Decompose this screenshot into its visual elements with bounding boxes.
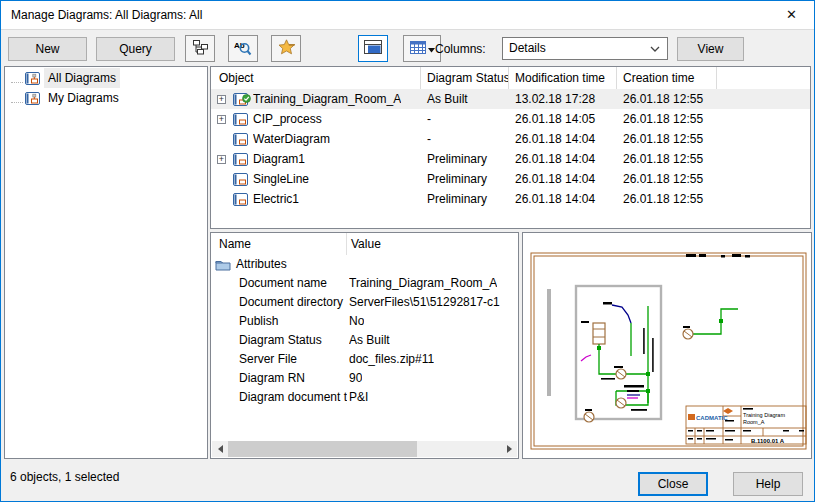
attribute-value: P&I xyxy=(349,388,368,407)
diagram-status: - xyxy=(421,109,509,129)
column-header-name[interactable]: Name xyxy=(211,233,346,255)
tree-connector xyxy=(11,94,23,103)
status-bar: 6 objects, 1 selected Close Help xyxy=(1,460,814,501)
column-header-value[interactable]: Value xyxy=(346,233,381,255)
manage-diagrams-dialog: Manage Diagrams: All Diagrams: All ✕ New… xyxy=(0,0,815,502)
diagram-status: Preliminary xyxy=(421,149,509,169)
expand-icon[interactable]: + xyxy=(217,155,226,164)
diagram-status: Preliminary xyxy=(421,169,509,189)
horizontal-scrollbar[interactable] xyxy=(212,441,517,457)
diagram-icon xyxy=(233,113,248,126)
table-row[interactable]: + Training_Diagram_Room_A xyxy=(211,89,810,109)
modification-time: 26.01.18 14:05 xyxy=(509,109,617,129)
attributes-group-row[interactable]: Attributes xyxy=(211,255,518,274)
tree-item-label: My Diagrams xyxy=(44,88,123,108)
creation-time: 26.01.18 12:55 xyxy=(617,149,717,169)
table-row[interactable]: + SingleLine Preliminary 26.01.18 14:04 … xyxy=(211,169,810,189)
attribute-row[interactable]: Server File doc_files.zip#11 xyxy=(211,350,518,369)
hierarchy-icon xyxy=(192,39,209,58)
attributes-header: Name Value xyxy=(211,233,518,255)
diagram-status: - xyxy=(421,129,509,149)
diagram-icon xyxy=(233,93,248,106)
creation-time: 26.01.18 12:55 xyxy=(617,169,717,189)
find-icon: Ab xyxy=(234,39,252,59)
table-row[interactable]: + CIP_process - 26.01.18 14:05 26.01.18 … xyxy=(211,109,810,129)
attribute-value: No xyxy=(349,312,364,331)
window-title: Manage Diagrams: All Diagrams: All xyxy=(11,1,202,29)
scroll-right-icon[interactable] xyxy=(501,441,517,457)
attribute-row[interactable]: Diagram RN 90 xyxy=(211,369,518,388)
modification-time: 26.01.18 14:04 xyxy=(509,169,617,189)
find-button[interactable]: Ab xyxy=(228,35,258,62)
cadmatic-logo: CADMATIC xyxy=(696,415,728,421)
attribute-row[interactable]: Diagram document type P&I xyxy=(211,388,518,407)
table-row[interactable]: + Diagram1 Preliminary 26.01.18 14:04 26… xyxy=(211,149,810,169)
column-header-diagram-status[interactable]: Diagram Status xyxy=(421,67,509,89)
tree-item-all-diagrams[interactable]: All Diagrams xyxy=(5,69,207,87)
view-button[interactable]: View xyxy=(677,37,744,61)
close-button[interactable]: Close xyxy=(638,472,708,496)
diagram-status: As Built xyxy=(421,89,509,109)
list-header: Object Diagram Status Modification time … xyxy=(211,67,810,89)
diagram-icon xyxy=(233,193,248,206)
attribute-value: Training_Diagram_Room_A xyxy=(349,274,497,293)
favorites-button[interactable] xyxy=(271,35,301,62)
attribute-name: Diagram RN xyxy=(239,369,347,388)
column-header-creation-time[interactable]: Creation time xyxy=(617,67,717,89)
diagram-preview: CADMATIC Training Diagram Room_A B.1100.… xyxy=(522,232,812,459)
attribute-row[interactable]: Document name Training_Diagram_Room_A xyxy=(211,274,518,293)
scrollbar-thumb[interactable] xyxy=(228,441,417,457)
column-header-object[interactable]: Object xyxy=(211,67,421,89)
close-icon[interactable]: ✕ xyxy=(769,1,814,29)
chevron-down-icon xyxy=(650,46,660,52)
modification-time: 26.01.18 14:04 xyxy=(509,189,617,209)
creation-time: 26.01.18 12:55 xyxy=(617,189,717,209)
query-button[interactable]: Query xyxy=(96,37,175,61)
modification-time: 26.01.18 14:04 xyxy=(509,149,617,169)
table-row[interactable]: + WaterDiagram - 26.01.18 14:04 26.01.18… xyxy=(211,129,810,149)
attribute-row[interactable]: Diagram Status As Built xyxy=(211,331,518,350)
attribute-row[interactable]: Document directory ServerFiles\51\512928… xyxy=(211,293,518,312)
attribute-value: As Built xyxy=(349,331,390,350)
group-label: Attributes xyxy=(236,255,287,274)
tree-item-label: All Diagrams xyxy=(44,68,120,88)
diagram-tree: All Diagrams My Diagrams xyxy=(4,66,208,459)
favorites-star-icon xyxy=(278,39,295,58)
tree-item-my-diagrams[interactable]: My Diagrams xyxy=(5,89,207,107)
diagram-icon xyxy=(233,153,248,166)
tree-connector xyxy=(11,74,23,83)
object-name: Training_Diagram_Room_A xyxy=(253,89,401,109)
preview-pane-toggle[interactable] xyxy=(358,35,388,62)
diagram-icon xyxy=(233,133,248,146)
attribute-name: Server File xyxy=(239,350,347,369)
expand-icon[interactable]: + xyxy=(217,115,226,124)
columns-label: Columns: xyxy=(435,42,486,56)
attribute-name: Document directory xyxy=(239,293,347,312)
table-row[interactable]: + Electric1 Preliminary 26.01.18 14:04 2… xyxy=(211,189,810,209)
new-button[interactable]: New xyxy=(8,37,87,61)
attribute-name: Publish xyxy=(239,312,347,331)
pid-preview-drawing: CADMATIC Training Diagram Room_A B.1100.… xyxy=(523,233,811,458)
preview-pane-icon xyxy=(364,40,382,57)
attribute-row[interactable]: Publish No xyxy=(211,312,518,331)
hierarchy-button[interactable] xyxy=(185,35,215,62)
chevron-down-icon xyxy=(428,42,435,56)
modification-time: 13.02.18 17:28 xyxy=(509,89,617,109)
column-layout-icon xyxy=(410,41,426,57)
scroll-left-icon[interactable] xyxy=(212,441,228,457)
object-name: Diagram1 xyxy=(253,149,305,169)
attribute-value: ServerFiles\51\51292817-c1 xyxy=(349,293,500,312)
diagram-list: Object Diagram Status Modification time … xyxy=(210,66,811,229)
attribute-value: 90 xyxy=(349,369,362,388)
column-header-modification-time[interactable]: Modification time xyxy=(509,67,617,89)
creation-time: 26.01.18 12:55 xyxy=(617,89,717,109)
object-name: Electric1 xyxy=(253,189,299,209)
columns-select[interactable]: Details xyxy=(502,37,668,60)
checked-badge-icon xyxy=(242,89,251,109)
diagram-status: Preliminary xyxy=(421,189,509,209)
diagram-folder-icon xyxy=(25,72,40,85)
expand-icon[interactable]: + xyxy=(217,95,226,104)
help-button[interactable]: Help xyxy=(733,472,803,496)
columns-select-value: Details xyxy=(509,41,546,55)
diagram-folder-icon xyxy=(25,92,40,105)
